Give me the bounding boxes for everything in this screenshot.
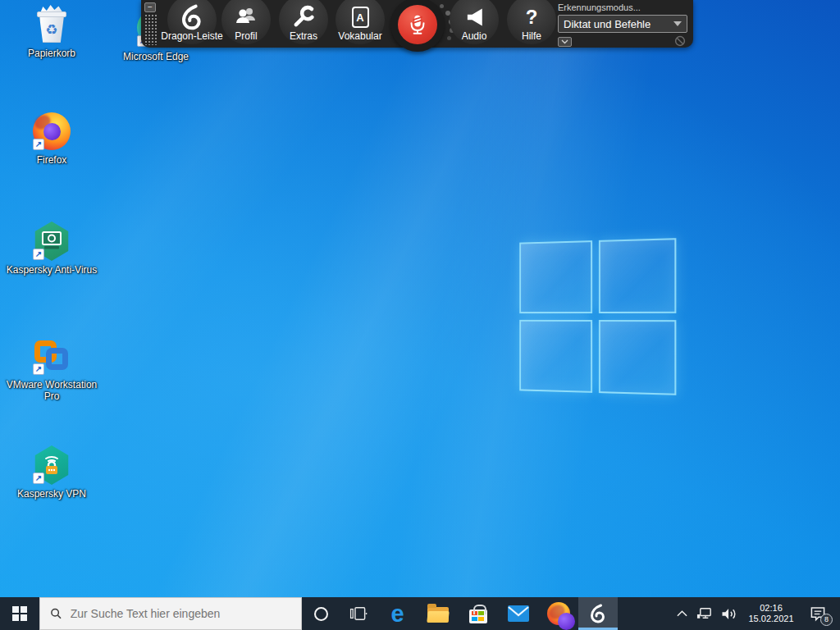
profile-people-icon <box>213 0 279 30</box>
network-icon <box>696 607 714 621</box>
taskbar-file-explorer-button[interactable] <box>418 597 458 630</box>
help-icon: ? <box>499 0 564 30</box>
dragon-toolbar: − Dragon-Leiste Profil <box>141 0 693 48</box>
shortcut-arrow-icon: ↗ <box>33 139 44 150</box>
windows-start-icon <box>12 606 27 621</box>
desktop-icon-label: VMware Workstation Pro <box>4 379 99 402</box>
search-input[interactable] <box>71 607 294 620</box>
wrench-icon <box>271 0 336 30</box>
notification-badge: 8 <box>820 614 833 626</box>
microsoft-store-icon <box>469 609 487 623</box>
tray-show-hidden-icons[interactable] <box>671 597 692 630</box>
taskbar-search[interactable] <box>39 597 302 630</box>
microphone-button[interactable] <box>398 5 437 44</box>
windows-logo-pane <box>519 320 592 393</box>
taskbar-edge-button[interactable]: e <box>377 597 418 630</box>
disabled-indicator-icon <box>674 35 686 47</box>
shortcut-arrow-icon: ↗ <box>33 363 44 375</box>
desktop-icon-label: Firefox <box>37 154 67 166</box>
desktop-icon-recycle-bin[interactable]: ♻ Papierkorb <box>2 5 101 59</box>
tray-clock[interactable]: 02:16 15.02.2021 <box>742 597 801 630</box>
recycle-bin-icon: ♻ <box>35 5 68 44</box>
task-view-button[interactable] <box>340 597 377 630</box>
volume-icon <box>721 607 737 621</box>
speaker-icon <box>441 0 507 30</box>
tray-volume[interactable] <box>717 597 742 630</box>
toolbar-item-extras[interactable]: Extras <box>271 0 336 48</box>
desktop-icon-label: Papierkorb <box>28 48 75 59</box>
recognition-mode-section: Erkennungsmodus... Diktat und Befehle <box>558 0 687 48</box>
toolbar-minimize-button[interactable]: − <box>144 2 156 12</box>
shortcut-arrow-icon: ↗ <box>33 472 44 484</box>
windows-logo-pane <box>599 238 676 313</box>
desktop-icon-label: Microsoft Edge <box>123 51 189 62</box>
recognition-mode-dropdown[interactable]: Diktat und Befehle <box>558 15 687 33</box>
vocabulary-book-icon: A <box>327 0 393 30</box>
clock-time: 02:16 <box>748 603 793 614</box>
edge-icon: e <box>390 602 404 626</box>
firefox-icon <box>547 602 570 625</box>
toolbar-item-audio[interactable]: Audio <box>441 0 507 48</box>
windows-logo-pane <box>599 320 676 395</box>
taskbar: e <box>0 597 840 630</box>
desktop-icon-kaspersky-antivirus[interactable]: ↗ Kaspersky Anti-Virus <box>2 221 101 276</box>
tray-action-center[interactable]: 8 <box>801 597 835 630</box>
task-view-icon <box>349 606 368 621</box>
chevron-up-icon <box>677 610 687 617</box>
toolbar-item-profil[interactable]: Profil <box>213 0 279 48</box>
windows-logo-pane <box>519 240 592 313</box>
desktop-icon-firefox[interactable]: ↗ Firefox <box>2 112 101 166</box>
cortana-button[interactable] <box>302 597 340 630</box>
windows-logo-wallpaper <box>519 238 676 395</box>
taskbar-mail-button[interactable] <box>498 597 538 630</box>
chevron-down-icon <box>673 21 682 26</box>
recognition-mode-label: Erkennungsmodus... <box>558 2 687 12</box>
start-button[interactable] <box>0 597 39 630</box>
shortcut-arrow-icon: ↗ <box>33 249 44 260</box>
system-tray: 02:16 15.02.2021 8 <box>671 597 840 630</box>
desktop-icon-label: Kaspersky VPN <box>17 488 86 500</box>
recognition-mode-value: Diktat und Befehle <box>564 18 651 30</box>
cortana-icon <box>314 607 328 621</box>
desktop-icon-kaspersky-vpn[interactable]: ↗ Kaspersky VPN <box>2 445 101 500</box>
taskbar-store-button[interactable] <box>458 597 498 630</box>
dragon-flame-icon <box>588 604 608 623</box>
desktop: ♻ Papierkorb ↗ Microsoft Edge ↗ Firefox <box>0 0 840 630</box>
mail-icon <box>508 605 529 622</box>
tray-network[interactable] <box>692 597 717 630</box>
desktop-icon-label: Kaspersky Anti-Virus <box>7 264 98 276</box>
toolbar-item-hilfe[interactable]: ? Hilfe <box>499 0 564 48</box>
file-explorer-icon <box>427 607 449 623</box>
desktop-icon-vmware-workstation[interactable]: ↗ VMware Workstation Pro <box>2 336 101 402</box>
microphone-group <box>390 0 445 54</box>
taskbar-firefox-button[interactable] <box>538 597 578 630</box>
search-icon <box>50 607 62 620</box>
clock-date: 15.02.2021 <box>748 614 793 624</box>
taskbar-dragon-button-active[interactable] <box>578 597 618 630</box>
toolbar-item-vokabular[interactable]: A Vokabular <box>327 0 393 48</box>
